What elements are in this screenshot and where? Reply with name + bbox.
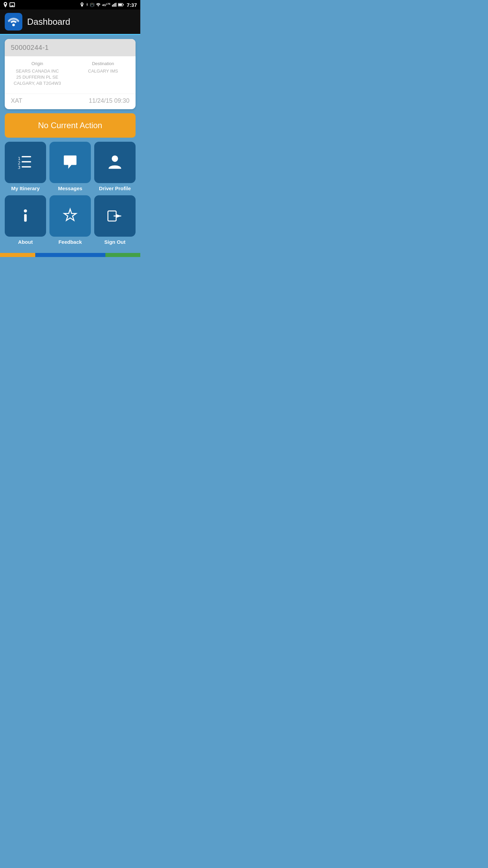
about-label: About	[18, 239, 33, 245]
shipment-body: Origin SEARS CANADA INC 25 DUFFERIN PL S…	[5, 56, 136, 90]
battery-icon	[118, 3, 124, 7]
shipment-route: Origin SEARS CANADA INC 25 DUFFERIN PL S…	[11, 61, 129, 87]
menu-grid-top: 1 2 3 My Itinerary Messages	[5, 142, 136, 191]
grid-item-feedback[interactable]: Feedback	[49, 195, 91, 245]
arrow-right-icon	[66, 68, 74, 76]
clock: 7:37	[127, 2, 137, 8]
grid-item-about[interactable]: About	[5, 195, 46, 245]
image-icon	[9, 2, 15, 7]
header: Dashboard	[0, 9, 140, 35]
shipment-id: 50000244-1	[5, 39, 136, 56]
grid-item-messages[interactable]: Messages	[49, 142, 91, 191]
app-logo-icon	[7, 15, 20, 28]
driver-profile-button[interactable]	[94, 142, 136, 183]
status-left-icons	[3, 2, 15, 7]
shipment-card: 50000244-1 Origin SEARS CANADA INC 25 DU…	[5, 39, 136, 109]
grid-item-sign-out[interactable]: Sign Out	[94, 195, 136, 245]
chat-icon	[61, 153, 80, 172]
app-icon	[5, 13, 22, 31]
shipment-footer: XAT 11/24/15 09:30	[5, 94, 136, 109]
messages-label: Messages	[58, 185, 82, 191]
svg-rect-1	[123, 4, 124, 5]
list-icon: 1 2 3	[16, 153, 35, 172]
status-right-icons: 📳 4GLTE 7:37	[80, 2, 137, 8]
sign-out-button[interactable]	[94, 195, 136, 237]
bottom-nav-bar	[0, 253, 140, 257]
menu-grid-bottom: About Feedback Sign Out	[5, 195, 136, 245]
bottom-bar-blue	[35, 253, 105, 257]
driver-profile-label: Driver Profile	[99, 185, 131, 191]
location-icon	[3, 2, 7, 7]
svg-rect-9	[22, 166, 31, 167]
4g-icon: 4GLTE	[102, 3, 110, 7]
svg-rect-2	[118, 4, 122, 6]
info-icon	[16, 206, 35, 225]
wifi-icon	[96, 3, 101, 7]
feedback-button[interactable]	[49, 195, 91, 237]
route-arrow	[66, 61, 74, 76]
shipment-datetime: 11/24/15 09:30	[89, 97, 129, 104]
header-title: Dashboard	[27, 17, 70, 27]
svg-text:3: 3	[18, 164, 21, 170]
svg-rect-7	[22, 161, 31, 162]
status-bar: 📳 4GLTE 7:37	[0, 0, 140, 9]
star-icon	[61, 206, 80, 225]
grid-item-my-itinerary[interactable]: 1 2 3 My Itinerary	[5, 142, 46, 191]
bluetooth-icon	[85, 2, 88, 7]
destination-value: CALGARY IMS	[88, 68, 118, 74]
svg-point-10	[112, 155, 118, 162]
action-button[interactable]: No Current Action	[5, 113, 136, 138]
bottom-bar-green	[105, 253, 141, 257]
grid-item-driver-profile[interactable]: Driver Profile	[94, 142, 136, 191]
my-itinerary-button[interactable]: 1 2 3	[5, 142, 46, 183]
about-button[interactable]	[5, 195, 46, 237]
svg-point-3	[12, 24, 15, 26]
vibrate-icon: 📳	[90, 3, 95, 7]
origin-value: SEARS CANADA INC 25 DUFFERIN PL SE CALGA…	[14, 68, 61, 87]
destination-col: Destination CALGARY IMS	[77, 61, 129, 74]
sign-out-label: Sign Out	[104, 239, 126, 245]
main-content: 50000244-1 Origin SEARS CANADA INC 25 DU…	[0, 35, 140, 253]
bottom-bar-orange	[0, 253, 35, 257]
messages-button[interactable]	[49, 142, 91, 183]
shipment-code: XAT	[11, 97, 22, 104]
origin-label: Origin	[32, 61, 43, 66]
my-itinerary-label: My Itinerary	[11, 185, 40, 191]
signal-icon	[112, 3, 117, 7]
destination-label: Destination	[92, 61, 114, 66]
svg-rect-5	[22, 156, 31, 157]
svg-rect-12	[24, 214, 26, 221]
svg-point-11	[24, 209, 27, 212]
signout-icon	[105, 206, 124, 225]
origin-col: Origin SEARS CANADA INC 25 DUFFERIN PL S…	[11, 61, 64, 87]
person-icon	[105, 153, 124, 172]
feedback-label: Feedback	[58, 239, 82, 245]
status-location-icon	[80, 2, 84, 7]
